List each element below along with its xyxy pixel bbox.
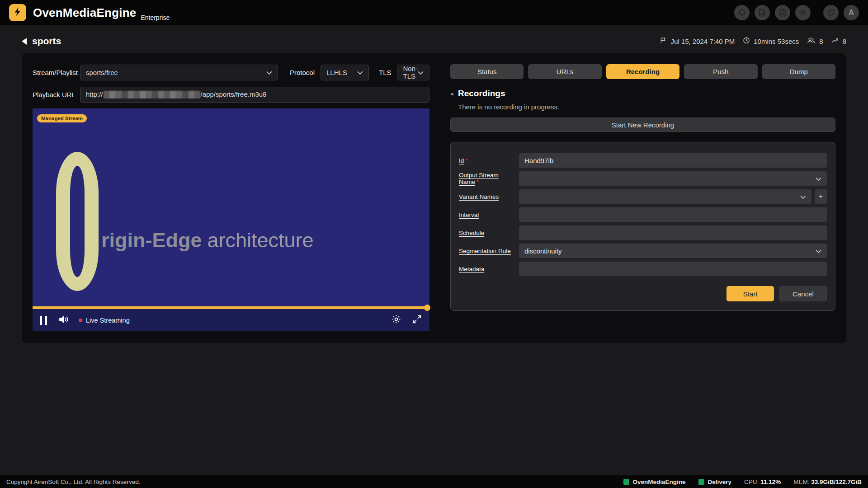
recordings-section-title: Recordings bbox=[458, 89, 505, 99]
volume-button[interactable] bbox=[58, 314, 70, 327]
no-recording-message: There is no recording in progress. bbox=[458, 103, 835, 111]
protocol-label: Protocol bbox=[290, 69, 315, 76]
schedule-input[interactable] bbox=[519, 225, 827, 240]
log-file-icon: LOG bbox=[758, 8, 767, 17]
stream-detail-panel: Stream/Playlist sports/free Protocol LLH… bbox=[22, 53, 846, 343]
restart-power-icon bbox=[826, 8, 835, 17]
viewer-count: 8 bbox=[807, 37, 823, 46]
stream-start-time: Jul 15, 2024 7:40 PM bbox=[660, 37, 735, 46]
chevron-down-icon bbox=[418, 69, 424, 76]
managed-stream-badge: Managed Stream bbox=[37, 114, 87, 122]
bullet-icon bbox=[451, 93, 453, 95]
chevron-down-icon bbox=[266, 69, 272, 76]
output-count: 8 bbox=[831, 37, 846, 46]
restart-server-button[interactable] bbox=[823, 5, 839, 20]
cancel-button[interactable]: Cancel bbox=[779, 286, 827, 301]
segmentation-rule-select[interactable]: discontinuity bbox=[519, 244, 827, 258]
fullscreen-button[interactable] bbox=[412, 314, 422, 326]
brand-name: OvenMediaEngine bbox=[33, 6, 136, 20]
speaker-icon bbox=[58, 314, 70, 327]
start-new-recording-button[interactable]: Start New Recording bbox=[450, 117, 835, 132]
output-stream-name-select[interactable] bbox=[519, 171, 827, 186]
tls-select[interactable]: Non-TLS bbox=[397, 65, 429, 80]
required-marker: * bbox=[476, 178, 479, 185]
variant-names-select[interactable] bbox=[519, 189, 811, 204]
chevron-down-icon bbox=[357, 69, 363, 76]
video-viewport[interactable]: Managed Stream O rigin-Edgearchitecture bbox=[33, 108, 429, 306]
svg-text:LOG: LOG bbox=[760, 13, 764, 15]
stream-meta: Jul 15, 2024 7:40 PM 10mins 53secs 8 8 bbox=[651, 37, 846, 46]
chevron-down-icon bbox=[816, 247, 821, 255]
schedule-label: Schedule bbox=[459, 230, 519, 236]
avatar-letter: A bbox=[849, 9, 854, 17]
segmentation-rule-label: Segmentation Rule bbox=[459, 248, 519, 254]
notifications-button[interactable] bbox=[734, 5, 750, 20]
log-file-button[interactable]: LOG bbox=[755, 5, 770, 20]
variant-names-label: Variant Names bbox=[459, 193, 519, 200]
protocol-select[interactable]: LLHLS bbox=[321, 65, 369, 80]
pause-button[interactable] bbox=[40, 316, 47, 325]
playback-url-input[interactable]: http:///app/sports/free.m3u8 bbox=[80, 87, 429, 103]
memory-usage: MEM: 33.9GiB/122.7GiB bbox=[793, 479, 862, 485]
delivery-status: Delivery bbox=[698, 479, 732, 485]
green-status-icon bbox=[698, 479, 704, 485]
green-status-icon bbox=[623, 479, 629, 485]
live-indicator: Live Streaming bbox=[79, 317, 130, 324]
slide-caption: rigin-Edgearchitecture bbox=[101, 229, 314, 252]
gear-icon bbox=[798, 8, 807, 17]
users-icon bbox=[807, 37, 819, 46]
clock-icon bbox=[743, 37, 754, 46]
live-dot-icon bbox=[79, 319, 82, 322]
metadata-label: Metadata bbox=[459, 266, 519, 272]
letter-o-graphic: O bbox=[56, 152, 99, 291]
playback-url-label: Playback URL bbox=[33, 91, 80, 99]
settings-button[interactable] bbox=[795, 5, 811, 20]
trend-chart-icon bbox=[831, 37, 843, 46]
video-player: Managed Stream O rigin-Edgearchitecture bbox=[33, 108, 429, 331]
seek-knob[interactable] bbox=[424, 305, 430, 311]
stream-playlist-label: Stream/Playlist bbox=[33, 69, 80, 76]
stream-uptime: 10mins 53secs bbox=[743, 37, 799, 46]
svg-text:XML: XML bbox=[780, 13, 785, 15]
metadata-input[interactable] bbox=[519, 262, 827, 276]
redacted-host bbox=[104, 91, 200, 99]
detail-tabs: Status URLs Recording Push Dump bbox=[450, 64, 835, 79]
gear-icon bbox=[391, 314, 401, 326]
player-controls: Live Streaming bbox=[33, 309, 429, 331]
output-stream-name-label: Output Stream Name* bbox=[459, 172, 519, 185]
start-button[interactable]: Start bbox=[726, 286, 774, 301]
copyright-text: Copyright AirenSoft Co., Ltd. All Rights… bbox=[6, 479, 140, 485]
status-bar: Copyright AirenSoft Co., Ltd. All Rights… bbox=[0, 475, 868, 488]
cpu-usage: CPU: 11.12% bbox=[744, 479, 781, 485]
brand-edition: Enterprise bbox=[141, 14, 170, 21]
add-variant-button[interactable]: + bbox=[815, 189, 827, 204]
breadcrumb-row: sports Jul 15, 2024 7:40 PM 10mins 53sec… bbox=[0, 25, 868, 53]
xml-file-icon: XML bbox=[778, 8, 787, 17]
page-title: sports bbox=[32, 36, 61, 47]
flag-icon bbox=[660, 37, 670, 46]
chevron-down-icon bbox=[800, 193, 806, 201]
stream-playlist-select[interactable]: sports/free bbox=[80, 65, 278, 80]
id-input[interactable] bbox=[519, 153, 827, 168]
user-avatar[interactable]: A bbox=[844, 5, 859, 20]
tab-push[interactable]: Push bbox=[684, 64, 757, 79]
xml-config-button[interactable]: XML bbox=[775, 5, 790, 20]
tab-urls[interactable]: URLs bbox=[528, 64, 601, 79]
new-recording-form: Id* Output Stream Name* Variant Names bbox=[450, 142, 835, 311]
interval-label: Interval bbox=[459, 211, 519, 218]
id-label: Id* bbox=[459, 157, 519, 164]
brand-logo bbox=[9, 4, 26, 21]
fullscreen-icon bbox=[412, 314, 422, 326]
chevron-down-icon bbox=[816, 175, 821, 183]
seek-bar[interactable] bbox=[33, 306, 429, 309]
engine-status: OvenMediaEngine bbox=[623, 479, 686, 485]
interval-input[interactable] bbox=[519, 207, 827, 222]
required-marker: * bbox=[465, 157, 467, 164]
back-button[interactable] bbox=[21, 38, 28, 45]
tab-dump[interactable]: Dump bbox=[762, 64, 835, 79]
tls-label: TLS bbox=[379, 69, 392, 76]
tab-status[interactable]: Status bbox=[450, 64, 524, 79]
app-header: OvenMediaEngine Enterprise LOG bbox=[0, 0, 868, 25]
tab-recording[interactable]: Recording bbox=[606, 64, 679, 79]
player-settings-button[interactable] bbox=[391, 314, 401, 326]
